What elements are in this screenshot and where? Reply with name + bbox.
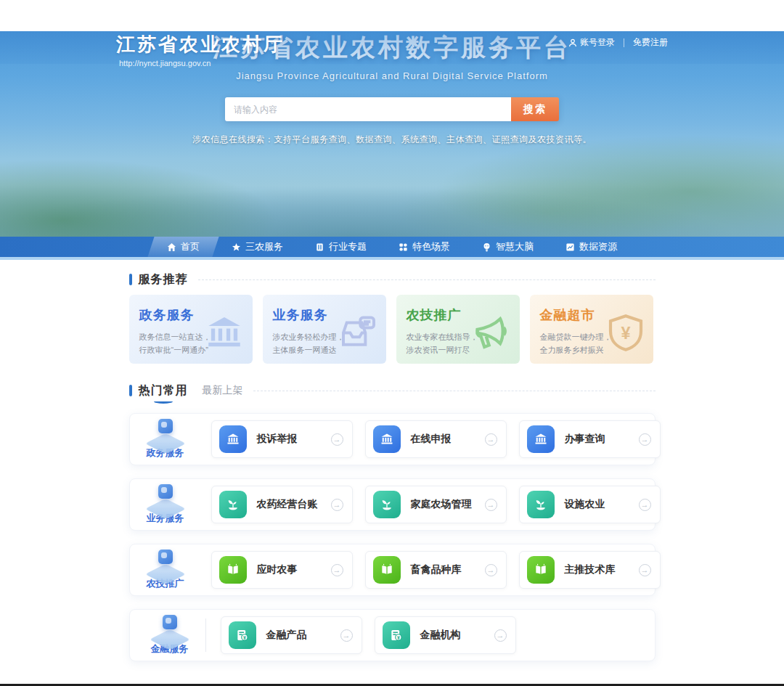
recommend-title: 服务推荐 [139, 272, 188, 287]
arrow-icon: → [639, 564, 651, 576]
search-button[interactable]: 搜索 [511, 97, 559, 121]
service-complaint-report[interactable]: 投诉举报 → [211, 420, 353, 458]
service-label: 应时农事 [257, 563, 331, 576]
card-government-services[interactable]: 政务服务 政务信息一站直达，行政审批“一网通办” [129, 295, 253, 364]
arrow-icon: → [331, 499, 343, 511]
service-facility-agriculture[interactable]: 设施农业 → [519, 486, 661, 523]
tab-newly-added[interactable]: 最新上架 [203, 384, 243, 397]
arrow-icon: → [331, 433, 343, 446]
service-label: 家庭农场管理 [411, 498, 485, 511]
sprout-tile-icon [534, 497, 548, 512]
category-block: 政务服务 [146, 419, 185, 460]
service-label: 金融机构 [420, 629, 494, 642]
star-icon [232, 242, 241, 252]
category-illustration [146, 419, 185, 444]
nav-label: 特色场景 [412, 240, 450, 253]
service-affairs-inquiry[interactable]: 办事查询 → [519, 420, 661, 458]
nav-item-home[interactable]: 首页 [151, 237, 216, 257]
service-financial-products[interactable]: ¥ 金融产品 → [221, 616, 362, 654]
login-label: 账号登录 [580, 36, 615, 49]
login-link[interactable]: 账号登录 [568, 36, 615, 49]
active-tab-underline [154, 399, 173, 404]
arrow-icon: → [485, 433, 497, 446]
bank-tile-icon [226, 432, 240, 446]
arrow-icon: → [485, 499, 497, 511]
nav-item-data-resources[interactable]: 数据资源 [550, 237, 633, 257]
card-agri-tech[interactable]: 农技推广 农业专家在线指导，涉农资讯一网打尽 [396, 295, 520, 364]
category-illustration [150, 615, 189, 640]
site-logo[interactable]: 江苏省农业农村厅 http://nynct.jiangsu.gov.cn [116, 28, 285, 68]
arrow-icon: → [639, 499, 651, 511]
home-icon [167, 242, 176, 252]
service-label: 投诉举报 [257, 433, 331, 446]
page: 江苏省农业农村厅 http://nynct.jiangsu.gov.cn 账号登… [0, 0, 784, 686]
service-row-business: 业务服务 农药经营台账 → 家庭农场管理 → [129, 478, 656, 531]
nav-label: 三农服务 [245, 240, 283, 253]
svg-text:¥: ¥ [621, 323, 630, 342]
hero-banner: 江苏省农业农村厅 http://nynct.jiangsu.gov.cn 账号登… [0, 31, 784, 237]
book-tile-icon [226, 563, 240, 577]
register-label: 免费注册 [633, 36, 668, 49]
nav-item-scenes[interactable]: 特色场景 [383, 237, 466, 257]
shield-yen-icon: ¥ [605, 312, 646, 353]
bulb-icon [482, 242, 491, 252]
sprout-tile-icon [380, 497, 394, 512]
service-online-declaration[interactable]: 在线申报 → [365, 420, 507, 458]
bank-tile-icon [534, 432, 548, 446]
user-icon [568, 38, 577, 47]
hot-section-header: 热门常用 最新上架 [129, 383, 656, 399]
dashed-divider [253, 391, 656, 391]
svg-text:¥: ¥ [396, 635, 399, 641]
nav-item-sannong[interactable]: 三农服务 [216, 237, 299, 257]
arrow-icon: → [340, 629, 353, 642]
platform-subtitle: Jiangsu Province Agricultural and Rural … [0, 70, 784, 81]
book-tile-icon [380, 563, 394, 577]
category-illustration [146, 484, 185, 509]
nav-item-smart-brain[interactable]: 智慧大脑 [466, 237, 550, 257]
search-hint: 涉农信息在线搜索：支持平台服务查询、数据查询、系统查询、主体查询、证照查询及农技… [0, 134, 784, 146]
sprout-tile-icon [226, 497, 240, 512]
service-rows: 政务服务 投诉举报 → 在线申报 → [129, 413, 656, 661]
service-label: 主推技术库 [565, 563, 639, 576]
grid-icon [399, 242, 408, 252]
service-label: 农药经营台账 [257, 498, 331, 511]
service-row-agritech: 农技推广 应时农事 → 畜禽品种库 → [129, 544, 656, 596]
section-accent-bar [129, 274, 132, 285]
category-illustration [146, 550, 185, 574]
search-input[interactable] [225, 97, 511, 121]
chart-icon [565, 242, 575, 252]
service-pesticide-ledger[interactable]: 农药经营台账 → [211, 486, 353, 523]
service-family-farm[interactable]: 家庭农场管理 → [365, 486, 507, 523]
category-block: 业务服务 [146, 484, 185, 525]
site-name: 江苏省农业农村厅 [116, 32, 285, 57]
service-seasonal-farming[interactable]: 应时农事 → [211, 551, 353, 589]
bank-tile-icon [380, 432, 394, 446]
section-accent-bar [129, 385, 132, 396]
service-row-government: 政务服务 投诉举报 → 在线申报 → [129, 413, 656, 465]
recommend-section-header: 服务推荐 [129, 273, 656, 286]
nav-label: 首页 [181, 240, 200, 253]
register-link[interactable]: 免费注册 [633, 36, 668, 49]
book-tile-icon [534, 563, 548, 577]
arrow-icon: → [331, 564, 343, 576]
bank-icon [203, 311, 245, 354]
arrow-icon: → [494, 629, 507, 642]
service-label: 金融产品 [266, 629, 340, 642]
service-label: 畜禽品种库 [411, 563, 485, 576]
card-finance-market[interactable]: 金融超市 金融贷款一键办理，全力服务乡村振兴 ¥ [530, 295, 653, 364]
category-block: 农技推广 [146, 550, 185, 590]
service-main-tech-db[interactable]: 主推技术库 → [519, 551, 661, 589]
service-row-finance: 金融服务 ¥ 金融产品 → ¥ 金融机构 → [129, 609, 656, 661]
service-financial-institutions[interactable]: ¥ 金融机构 → [375, 616, 516, 654]
nav-label: 行业专题 [329, 240, 367, 253]
service-label: 在线申报 [411, 433, 485, 446]
category-block: 金融服务 [146, 615, 194, 656]
nav-item-industry[interactable]: 行业专题 [299, 237, 383, 257]
recommend-cards: 政务服务 政务信息一站直达，行政审批“一网通办” 业务服务 涉农业务轻松办理，主… [129, 295, 656, 364]
header-divider [624, 38, 624, 47]
vertical-divider [205, 618, 206, 652]
service-livestock-breed-db[interactable]: 畜禽品种库 → [365, 551, 507, 589]
card-business-services[interactable]: 业务服务 涉农业务轻松办理，主体服务一网通达 [263, 295, 386, 364]
svg-text:¥: ¥ [242, 635, 245, 641]
tab-hot-common[interactable]: 热门常用 [139, 383, 188, 399]
